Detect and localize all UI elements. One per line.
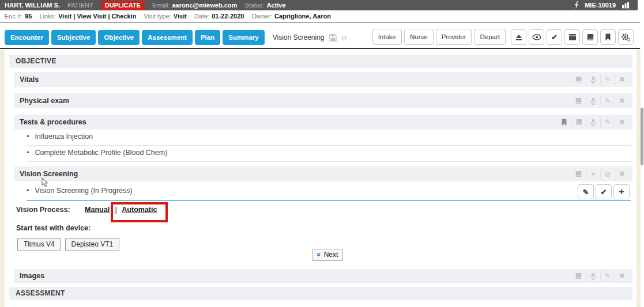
book-icon[interactable] bbox=[571, 117, 586, 127]
current-section-title: Vision Screening bbox=[273, 33, 325, 41]
bookmark-icon bbox=[605, 33, 611, 41]
lightning-icon[interactable] bbox=[574, 1, 579, 9]
objective-header-label: OBJECTIVE bbox=[16, 57, 57, 65]
pencil-icon[interactable]: ✎ bbox=[600, 117, 615, 127]
content-right-margin bbox=[637, 50, 641, 307]
block-icon[interactable]: ⊘ bbox=[341, 34, 348, 41]
enc-number-label: Enc #: bbox=[5, 13, 22, 20]
bullet-icon: • bbox=[27, 187, 29, 195]
tab-objective[interactable]: Objective bbox=[98, 30, 140, 45]
vitals-label: Vitals bbox=[20, 75, 39, 84]
start-device-label: Start test with device: bbox=[16, 224, 91, 232]
chevron-down-icon: » bbox=[315, 253, 323, 257]
tab-subjective[interactable]: Subjective bbox=[51, 30, 96, 45]
stage-depart[interactable]: Depart bbox=[474, 29, 506, 45]
bookmark-button[interactable] bbox=[600, 29, 616, 45]
patient-name: HART, WILLIAM S. bbox=[5, 2, 60, 9]
save-icon[interactable] bbox=[329, 34, 337, 41]
links-label: Links: bbox=[39, 13, 56, 20]
book-icon[interactable] bbox=[571, 96, 586, 106]
vision-item-in-progress[interactable]: •Vision Screening (In Progress) bbox=[27, 187, 631, 201]
book-icon[interactable] bbox=[571, 271, 586, 281]
next-button[interactable]: » Next bbox=[312, 249, 343, 261]
link-separator: | bbox=[115, 206, 117, 214]
vision-item-label: Vision Screening (In Progress) bbox=[35, 187, 132, 195]
block-icon[interactable]: ⊘ bbox=[600, 169, 615, 179]
pencil-icon[interactable]: ✎ bbox=[600, 96, 615, 106]
pencil-icon[interactable]: ✎ bbox=[600, 74, 615, 85]
tab-plan[interactable]: Plan bbox=[195, 30, 220, 45]
owner-value: Capriglione, Aaron bbox=[274, 13, 331, 20]
collapse-icon[interactable]: » bbox=[586, 169, 600, 179]
email-label: Email: bbox=[152, 2, 170, 9]
links-value[interactable]: Visit | View Visit | Checkin bbox=[58, 13, 136, 20]
vision-actions: » ⊘ ✖ bbox=[571, 169, 629, 179]
mouse-cursor bbox=[42, 177, 49, 187]
next-button-label: Next bbox=[324, 251, 338, 259]
duplicate-badge[interactable]: DUPLICATE bbox=[101, 1, 145, 10]
close-icon[interactable]: ✖ bbox=[615, 96, 629, 106]
eye-icon bbox=[532, 34, 541, 40]
settings-button[interactable] bbox=[618, 29, 634, 45]
view-button[interactable] bbox=[529, 29, 544, 45]
microphone-icon[interactable] bbox=[586, 96, 600, 106]
system-id: MIE-10019 bbox=[585, 2, 616, 9]
physical-exam-actions: ✎ ✖ bbox=[571, 96, 629, 106]
section-vitals[interactable]: Vitals ✎ ✖ bbox=[14, 72, 632, 87]
microphone-icon[interactable] bbox=[586, 271, 600, 281]
approve-button[interactable]: ✔ bbox=[547, 29, 562, 45]
book-icon[interactable] bbox=[571, 169, 586, 179]
encounter-info-bar: Enc #: 95 Links: Visit | View Visit | Ch… bbox=[0, 10, 640, 22]
close-icon[interactable]: ✖ bbox=[615, 169, 629, 179]
edit-button[interactable]: ✎ bbox=[578, 184, 594, 199]
manual-link[interactable]: Manual bbox=[85, 206, 110, 214]
stage-nurse[interactable]: Nurse bbox=[404, 29, 434, 45]
date-label: Date: bbox=[194, 13, 209, 20]
device-titmus-button[interactable]: Titmus V4 bbox=[17, 238, 61, 251]
test-item-cmp[interactable]: •Complete Metabolic Profile (Blood Chem) bbox=[27, 149, 631, 162]
section-physical-exam[interactable]: Physical exam ✎ ✖ bbox=[14, 93, 632, 108]
close-icon[interactable]: ✖ bbox=[615, 117, 629, 127]
archive-button[interactable] bbox=[564, 29, 580, 45]
bookmark-icon[interactable] bbox=[557, 117, 571, 127]
date-value: 01-22-2020 bbox=[212, 13, 244, 20]
chart-icon[interactable] bbox=[622, 1, 631, 9]
test-item-influenza[interactable]: •Influenza Injection bbox=[27, 133, 631, 146]
eject-button[interactable] bbox=[511, 29, 526, 45]
stage-provider[interactable]: Provider bbox=[436, 29, 472, 45]
microphone-icon[interactable] bbox=[586, 74, 600, 85]
book-icon[interactable] bbox=[571, 74, 586, 85]
add-button[interactable]: + bbox=[613, 184, 630, 199]
complete-button[interactable]: ✔ bbox=[596, 184, 612, 199]
section-objective-header[interactable]: OBJECTIVE bbox=[9, 55, 632, 68]
section-assessment-header[interactable]: ASSESSMENT bbox=[9, 287, 632, 300]
book-icon bbox=[586, 33, 594, 41]
patient-type-label: PATIENT bbox=[67, 2, 93, 9]
microphone-icon[interactable] bbox=[586, 117, 600, 127]
vision-process-label: Vision Process: bbox=[16, 206, 70, 214]
tab-assessment[interactable]: Assessment bbox=[142, 30, 193, 45]
section-tests-procedures[interactable]: Tests & procedures ✎ ✖ bbox=[14, 115, 632, 130]
tab-summary[interactable]: Summary bbox=[223, 30, 264, 45]
pencil-icon[interactable]: ✎ bbox=[600, 271, 615, 281]
email-value: aaronc@mieweb.com bbox=[172, 2, 237, 9]
close-icon[interactable]: ✖ bbox=[615, 74, 629, 85]
archive-icon bbox=[568, 33, 577, 41]
vitals-actions: ✎ ✖ bbox=[571, 74, 629, 85]
vertical-scrollbar-thumb[interactable] bbox=[641, 108, 643, 165]
section-vision-screening[interactable]: Vision Screening » ⊘ ✖ bbox=[14, 166, 632, 181]
device-depisteo-button[interactable]: Depisteo VT1 bbox=[65, 238, 120, 251]
pencil-icon: ✎ bbox=[583, 188, 589, 196]
device-buttons-row: Titmus V4 Depisteo VT1 bbox=[17, 238, 119, 251]
bullet-icon: • bbox=[27, 149, 29, 157]
tab-encounter[interactable]: Encounter bbox=[5, 30, 49, 45]
eject-icon bbox=[515, 34, 523, 41]
stage-intake[interactable]: Intake bbox=[372, 29, 402, 45]
plus-icon: + bbox=[619, 186, 624, 198]
section-images[interactable]: Images ✎ ✖ bbox=[14, 269, 632, 283]
status-label: Status: bbox=[244, 2, 264, 9]
documents-button[interactable] bbox=[582, 29, 598, 45]
automatic-link[interactable]: Automatic bbox=[122, 206, 157, 214]
close-icon[interactable]: ✖ bbox=[615, 271, 629, 281]
vision-item-actions: ✎ ✔ + bbox=[578, 184, 630, 199]
